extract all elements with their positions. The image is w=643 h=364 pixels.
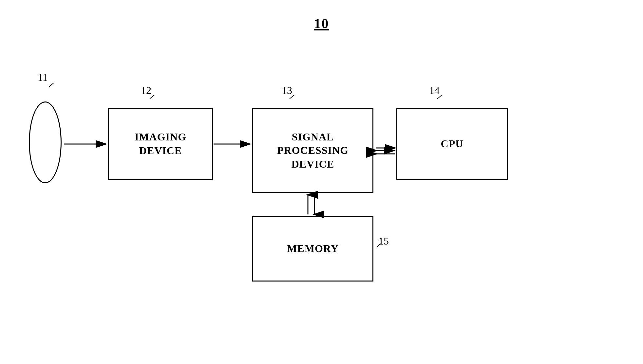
ref-12: 12 — [141, 84, 151, 97]
signal-processing-label: SIGNALPROCESSINGDEVICE — [277, 130, 349, 171]
imaging-device-label: IMAGINGDEVICE — [135, 130, 186, 157]
ref-15: 15 — [378, 235, 389, 247]
cpu-label: CPU — [441, 137, 463, 151]
ref-13: 13 — [282, 84, 292, 97]
ref-14: 14 — [429, 84, 440, 97]
diagram-title: 10 — [314, 16, 329, 31]
memory-label: MEMORY — [287, 242, 339, 256]
cpu-box: CPU — [396, 108, 508, 180]
lens-shape — [29, 101, 62, 183]
signal-processing-box: SIGNALPROCESSINGDEVICE — [252, 108, 373, 193]
imaging-device-box: IMAGINGDEVICE — [108, 108, 213, 180]
diagram: 10 11 12 IMAGINGDEVICE 13 SIGNALPROCESSI… — [0, 0, 643, 364]
memory-box: MEMORY — [252, 216, 373, 282]
ref-11: 11 — [38, 71, 48, 83]
